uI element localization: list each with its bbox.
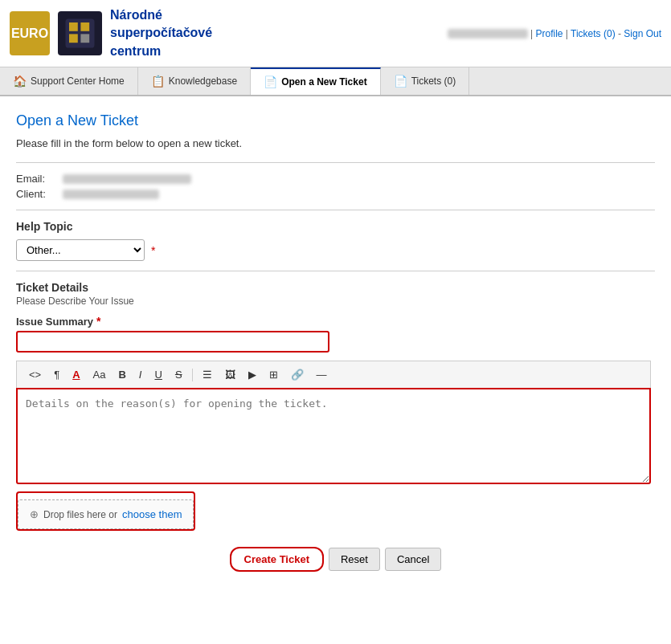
nav-item-support-center[interactable]: 🏠 Support Center Home [0, 67, 138, 95]
logo-euro: EURO [10, 11, 50, 55]
help-topic-select[interactable]: Other... General Question Technical Supp… [16, 239, 145, 261]
nav-label-tickets: Tickets (0) [411, 75, 456, 87]
toolbar-code-btn[interactable]: <> [23, 365, 47, 384]
toolbar-video-btn[interactable]: ▶ [243, 365, 262, 384]
main-content: Open a New Ticket Please fill in the for… [0, 96, 671, 604]
toolbar-font-size-btn[interactable]: Aa [88, 365, 112, 384]
book-icon: 📋 [151, 75, 165, 88]
email-label: Email: [16, 173, 56, 185]
required-star-issue: * [96, 315, 100, 328]
divider-info [16, 210, 655, 210]
toolbar-bold-btn[interactable]: B [113, 365, 131, 384]
nav-label-support-center: Support Center Home [31, 75, 125, 87]
toolbar-image-btn[interactable]: 🖼 [219, 365, 241, 384]
toolbar-list-btn[interactable]: ☰ [197, 365, 218, 384]
issue-summary-label: Issue Summary * [16, 315, 655, 328]
nav-label-knowledgebase: Knowledgebase [169, 75, 237, 87]
help-topic-heading: Help Topic [16, 220, 655, 233]
toolbar-link-btn[interactable]: 🔗 [285, 365, 309, 384]
toolbar-table-btn[interactable]: ⊞ [264, 365, 284, 384]
divider-help [16, 271, 655, 271]
toolbar-font-color-btn[interactable]: A [67, 365, 85, 384]
buttons-row: Create Ticket Reset Cancel [16, 547, 655, 588]
drop-files-text: Drop files here or [43, 509, 117, 520]
svg-rect-3 [69, 34, 78, 43]
reset-button[interactable]: Reset [329, 548, 380, 571]
toolbar-separator-1 [192, 369, 193, 381]
editor-wrapper: <> ¶ A Aa B I U S ☰ 🖼 ▶ ⊞ 🔗 — [16, 361, 651, 487]
home-icon: 🏠 [13, 75, 27, 88]
client-row: Client: [16, 188, 655, 200]
help-topic-section: Help Topic Other... General Question Tec… [16, 220, 655, 261]
header: EURO Národné superpočítačové centrum | P… [0, 0, 671, 67]
svg-rect-1 [69, 22, 78, 31]
drop-zone-container: ⊕ Drop files here or choose them [16, 491, 195, 531]
drop-zone-outer: ⊕ Drop files here or choose them [16, 491, 195, 531]
sign-out-link[interactable]: Sign Out [624, 28, 661, 39]
nav: 🏠 Support Center Home 📋 Knowledgebase 📄 … [0, 67, 671, 96]
choose-files-link[interactable]: choose them [122, 508, 182, 520]
client-value [63, 190, 159, 199]
email-row: Email: [16, 173, 655, 185]
svg-rect-4 [80, 34, 89, 43]
svg-rect-2 [80, 22, 89, 31]
page-title: Open a New Ticket [16, 112, 655, 129]
issue-summary-input[interactable] [16, 331, 329, 353]
header-right: | Profile | Tickets (0) - Sign Out [448, 28, 661, 39]
logo-icon [58, 11, 102, 55]
ticket-details-heading: Ticket Details [16, 281, 655, 294]
issue-summary-section: Issue Summary * [16, 315, 655, 353]
toolbar-underline-btn[interactable]: U [149, 365, 167, 384]
nav-item-knowledgebase[interactable]: 📋 Knowledgebase [138, 67, 251, 95]
ticket-icon: 📄 [394, 75, 407, 88]
toolbar-hr-btn[interactable]: — [311, 365, 333, 384]
page-description: Please fill in the form below to open a … [16, 137, 655, 149]
nav-label-open-new-ticket: Open a New Ticket [281, 76, 366, 88]
nav-item-tickets[interactable]: 📄 Tickets (0) [381, 67, 470, 95]
email-value [63, 174, 191, 184]
toolbar-italic-btn[interactable]: I [133, 365, 148, 384]
header-left: EURO Národné superpočítačové centrum [10, 6, 212, 60]
upload-icon: ⊕ [30, 508, 39, 520]
divider-top [16, 162, 655, 163]
required-star-help-topic: * [151, 244, 155, 257]
toolbar-paragraph-btn[interactable]: ¶ [48, 365, 65, 384]
nav-item-open-new-ticket[interactable]: 📄 Open a New Ticket [251, 67, 380, 95]
editor-toolbar: <> ¶ A Aa B I U S ☰ 🖼 ▶ ⊞ 🔗 — [16, 361, 651, 388]
drop-zone[interactable]: ⊕ Drop files here or choose them [18, 499, 194, 529]
info-section: Email: Client: [16, 173, 655, 200]
ticket-details-sub: Please Describe Your Issue [16, 296, 655, 307]
org-name: Národné superpočítačové centrum [110, 6, 212, 60]
ticket-new-icon: 📄 [264, 75, 277, 88]
user-email-blurred [448, 29, 528, 39]
create-ticket-button[interactable]: Create Ticket [230, 547, 324, 572]
client-label: Client: [16, 188, 56, 200]
ticket-details-section: Ticket Details Please Describe Your Issu… [16, 281, 655, 307]
toolbar-strikethrough-btn[interactable]: S [170, 365, 188, 384]
editor-textarea[interactable] [16, 388, 651, 484]
tickets-link[interactable]: Tickets (0) [571, 28, 616, 39]
cancel-button[interactable]: Cancel [385, 548, 441, 571]
profile-link[interactable]: Profile [535, 28, 563, 39]
help-topic-row: Other... General Question Technical Supp… [16, 239, 655, 261]
